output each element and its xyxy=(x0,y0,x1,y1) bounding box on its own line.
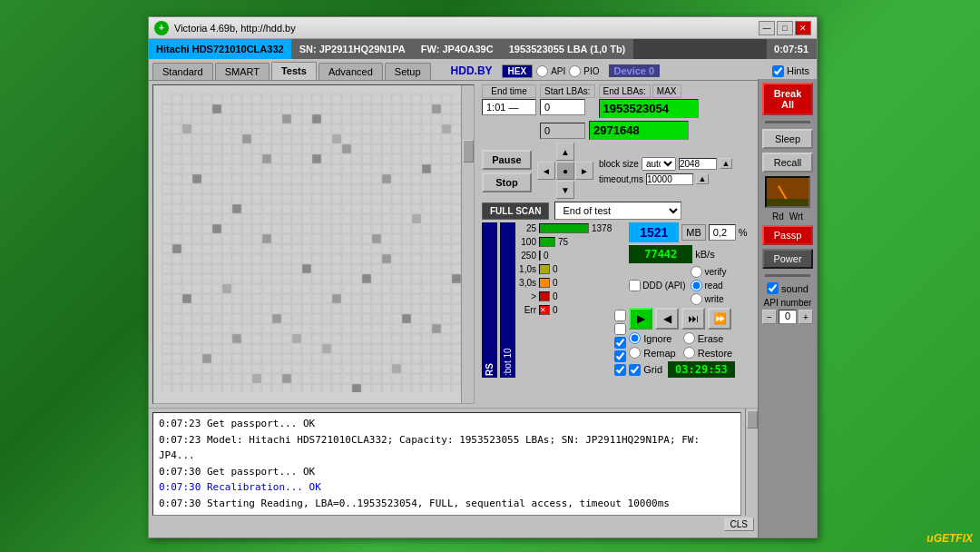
pause-button[interactable]: Pause xyxy=(482,150,532,170)
svg-rect-243 xyxy=(352,164,361,173)
svg-rect-61 xyxy=(452,104,461,113)
svg-rect-718 xyxy=(302,314,311,323)
cb-1s[interactable] xyxy=(614,323,626,335)
passp-button[interactable]: Passp xyxy=(762,225,813,245)
restore-row[interactable]: Restore xyxy=(683,347,733,359)
svg-rect-858 xyxy=(422,354,431,363)
rewind-button[interactable]: ◀ xyxy=(655,308,679,330)
break-all-button[interactable]: Break All xyxy=(762,83,813,115)
minimize-button[interactable]: — xyxy=(759,21,775,35)
api-radio[interactable]: API xyxy=(536,65,565,77)
svg-rect-668 xyxy=(442,294,451,303)
svg-rect-429 xyxy=(292,224,301,233)
ignore-row[interactable]: Ignore xyxy=(629,332,675,344)
ddd-radio-row: DDD (API) verify read xyxy=(629,266,747,305)
tab-tests[interactable]: Tests xyxy=(271,62,317,80)
block-size-auto-select[interactable]: auto xyxy=(642,157,676,171)
ddd-api-checkbox[interactable] xyxy=(629,280,641,291)
svg-rect-161 xyxy=(172,144,181,153)
timer-display: 03:29:53 xyxy=(668,361,735,378)
play-button[interactable]: ▶ xyxy=(629,308,652,330)
sound-checkbox[interactable] xyxy=(767,282,779,294)
log-scroll-area[interactable]: 0:07:23 Get passport... OK0:07:23 Model:… xyxy=(152,412,741,516)
svg-rect-584 xyxy=(242,274,251,283)
api-plus-button[interactable]: + xyxy=(799,310,813,324)
log-scrollbar[interactable] xyxy=(745,409,758,516)
end-of-test-select[interactable]: End of test xyxy=(554,202,681,220)
svg-rect-270 xyxy=(302,174,311,183)
read-radio[interactable] xyxy=(691,280,702,291)
api-minus-button[interactable]: − xyxy=(762,310,777,324)
read-radio-row[interactable]: read xyxy=(691,280,726,291)
api-radio-input[interactable] xyxy=(536,65,548,77)
svg-rect-528 xyxy=(322,254,331,263)
svg-rect-215 xyxy=(392,154,401,163)
sleep-button[interactable]: Sleep xyxy=(762,129,813,149)
svg-rect-34 xyxy=(182,104,191,113)
next-button[interactable]: ⏩ xyxy=(708,308,731,330)
timeout-up[interactable]: ▲ xyxy=(696,173,709,184)
svg-rect-461 xyxy=(292,234,301,243)
svg-rect-625 xyxy=(332,284,341,293)
write-radio-row[interactable]: write xyxy=(691,293,726,305)
svg-rect-640 xyxy=(162,294,172,303)
svg-rect-526 xyxy=(302,254,311,263)
nav-right-button[interactable]: ► xyxy=(575,162,593,180)
block-size-up[interactable]: ▲ xyxy=(720,158,732,169)
close-button[interactable]: ✕ xyxy=(795,21,811,35)
cb-250[interactable] xyxy=(614,310,626,321)
maximize-button[interactable]: □ xyxy=(777,21,793,35)
svg-rect-87 xyxy=(392,114,401,123)
stop-button[interactable]: Stop xyxy=(482,172,532,192)
erase-row[interactable]: Erase xyxy=(683,332,733,344)
cb-3s[interactable] xyxy=(614,337,626,349)
verify-radio-row[interactable]: verify xyxy=(691,266,726,278)
remap-radio[interactable] xyxy=(629,347,641,359)
cb-err[interactable] xyxy=(614,364,626,376)
nav-up-button[interactable]: ▲ xyxy=(556,143,574,161)
hex-button[interactable]: HEX xyxy=(502,64,534,78)
erase-radio[interactable] xyxy=(683,332,695,344)
timeout-input[interactable] xyxy=(646,173,693,185)
tab-smart[interactable]: SMART xyxy=(215,63,270,80)
power-button[interactable]: Power xyxy=(762,249,813,269)
start-lba-value[interactable]: 0 xyxy=(540,99,585,115)
restore-radio[interactable] xyxy=(683,347,695,359)
pio-radio[interactable]: PIO xyxy=(569,65,599,77)
kbs-row: 77442 kB/s xyxy=(629,245,747,263)
tab-advanced[interactable]: Advanced xyxy=(318,63,383,80)
nav-center-button[interactable]: ● xyxy=(556,162,574,180)
svg-rect-43 xyxy=(272,104,281,113)
grid-checkbox[interactable] xyxy=(629,364,641,376)
cls-button[interactable]: CLS xyxy=(724,518,754,531)
nav-down-button[interactable]: ▼ xyxy=(556,181,574,199)
bottom-section: 0:07:23 Get passport... OK0:07:23 Model:… xyxy=(149,408,817,526)
grid-scrollbar[interactable] xyxy=(461,85,474,403)
svg-rect-642 xyxy=(182,294,191,303)
svg-rect-578 xyxy=(182,274,191,283)
end-lba-max[interactable]: MAX xyxy=(652,84,681,98)
nav-left-button[interactable]: ◄ xyxy=(537,162,555,180)
end-lba-value[interactable]: 1953523054 xyxy=(599,99,699,118)
svg-rect-59 xyxy=(432,104,441,113)
recall-button[interactable]: Recall xyxy=(762,153,813,172)
tab-standard[interactable]: Standard xyxy=(152,63,213,80)
pio-radio-input[interactable] xyxy=(569,65,581,77)
svg-rect-917 xyxy=(372,374,381,383)
log-scrollbar-thumb[interactable] xyxy=(747,410,758,429)
remap-row[interactable]: Remap xyxy=(629,347,675,359)
grid-scrollbar-thumb[interactable] xyxy=(463,140,474,163)
write-radio[interactable] xyxy=(691,293,702,305)
tab-setup[interactable]: Setup xyxy=(385,63,431,80)
pause-stop-group: Pause Stop xyxy=(482,150,532,192)
svg-rect-89 xyxy=(412,114,421,123)
verify-radio[interactable] xyxy=(691,266,702,278)
full-scan-button[interactable]: FULL SCAN xyxy=(482,202,549,220)
ignore-radio[interactable] xyxy=(629,332,641,344)
cb-gt[interactable] xyxy=(614,350,626,362)
svg-rect-242 xyxy=(342,164,351,173)
end-time-value[interactable]: 1:01 — xyxy=(482,99,536,115)
block-size-input[interactable] xyxy=(679,158,717,170)
hints-checkbox[interactable] xyxy=(772,65,784,77)
skip-button[interactable]: ⏭ xyxy=(681,308,705,330)
